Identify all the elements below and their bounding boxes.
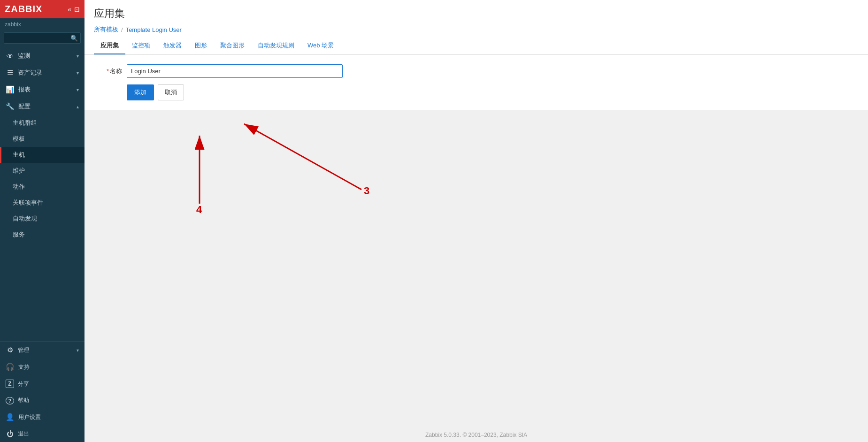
config-icon: 🔧 <box>6 102 15 111</box>
annotation-area: 3 4 <box>84 110 868 251</box>
tab-web-scenario[interactable]: Web 场景 <box>301 38 340 54</box>
tab-graph[interactable]: 图形 <box>188 38 214 54</box>
sidebar-sub-label-services: 服务 <box>13 230 25 239</box>
form-buttons: 添加 取消 <box>127 84 859 100</box>
page-title: 应用集 <box>94 7 859 21</box>
form-name-label: *名称 <box>94 67 122 76</box>
sidebar-sub-label-auto-discover: 自动发现 <box>13 214 37 223</box>
chevron-down-icon-assets: ▾ <box>77 70 79 76</box>
chevron-down-icon-admin: ▾ <box>77 348 79 353</box>
add-button[interactable]: 添加 <box>127 84 154 100</box>
sidebar-item-monitor[interactable]: 👁 监测 ▾ <box>0 47 84 64</box>
footer-text: Zabbix 5.0.33. © 2001–2023, Zabbix SIA <box>425 432 527 438</box>
share-icon: Z <box>6 380 14 388</box>
required-star: * <box>107 68 109 75</box>
sidebar-sub-label-templates: 模板 <box>13 135 25 143</box>
logout-icon: ⏻ <box>6 430 14 438</box>
sidebar-logo: ZABBIX <box>5 4 42 15</box>
svg-text:3: 3 <box>364 185 369 197</box>
tab-monitor-label: 监控项 <box>132 42 150 49</box>
tab-agg-graph[interactable]: 聚合图形 <box>214 38 251 54</box>
tab-graph-label: 图形 <box>195 42 207 49</box>
tabs-bar: 应用集 监控项 触发器 图形 聚合图形 自动发现规则 Web 场景 <box>94 38 859 54</box>
main-content: 应用集 所有模板 / Template Login User 应用集 监控项 触… <box>84 0 868 442</box>
sidebar-item-host-groups[interactable]: 主机群组 <box>0 115 84 131</box>
sidebar-item-auto-discover[interactable]: 自动发现 <box>0 211 84 227</box>
sidebar-item-correlation[interactable]: 关联项事件 <box>0 195 84 211</box>
svg-line-1 <box>244 124 361 190</box>
breadcrumb: 所有模板 / Template Login User <box>94 25 859 34</box>
chevron-up-icon-config: ▴ <box>77 104 79 109</box>
sidebar-username: zabbix <box>0 18 84 30</box>
form-row-name: *名称 <box>94 64 859 78</box>
sidebar-item-admin[interactable]: ⚙ 管理 ▾ <box>0 342 84 358</box>
expand-icon[interactable]: ⊡ <box>74 6 80 13</box>
sidebar-item-logout[interactable]: ⏻ 退出 <box>0 426 84 442</box>
sidebar-nav: 👁 监测 ▾ ☰ 资产记录 ▾ 📊 报表 ▾ 🔧 配置 ▴ 主机群组 模板 <box>0 47 84 341</box>
reports-icon: 📊 <box>6 85 15 94</box>
tab-app-label: 应用集 <box>100 42 119 49</box>
tab-monitor[interactable]: 监控项 <box>125 38 157 54</box>
sidebar-item-share[interactable]: Z 分享 <box>0 375 84 392</box>
chevron-down-icon-reports: ▾ <box>77 87 79 92</box>
sidebar-item-support[interactable]: 🎧 支持 <box>0 358 84 375</box>
sidebar-item-reports[interactable]: 📊 报表 ▾ <box>0 81 84 98</box>
monitor-icon: 👁 <box>6 52 14 60</box>
assets-icon: ☰ <box>6 69 14 77</box>
tab-trigger[interactable]: 触发器 <box>157 38 188 54</box>
sidebar-item-services[interactable]: 服务 <box>0 227 84 243</box>
sidebar-item-user-settings[interactable]: 👤 用户设置 <box>0 409 84 426</box>
sidebar-search-container: 🔍 <box>4 32 81 44</box>
footer: Zabbix 5.0.33. © 2001–2023, Zabbix SIA <box>84 428 868 442</box>
tab-trigger-label: 触发器 <box>163 42 182 49</box>
collapse-icon[interactable]: « <box>68 6 71 13</box>
sidebar-item-maintenance[interactable]: 维护 <box>0 163 84 179</box>
form-container: *名称 添加 取消 <box>84 55 868 110</box>
sidebar-item-actions[interactable]: 动作 <box>0 179 84 195</box>
sidebar-item-label-logout: 退出 <box>18 430 79 438</box>
search-icon[interactable]: 🔍 <box>70 35 78 42</box>
sidebar-item-label-help: 帮助 <box>18 396 79 404</box>
user-settings-icon: 👤 <box>6 413 15 421</box>
sidebar-item-label-support: 支持 <box>18 363 79 371</box>
sidebar-item-label-reports: 报表 <box>18 85 73 94</box>
sidebar-item-help[interactable]: ? 帮助 <box>0 392 84 409</box>
tab-auto-discover-label: 自动发现规则 <box>258 42 294 49</box>
sidebar: ZABBIX « ⊡ zabbix 🔍 👁 监测 ▾ ☰ 资产记录 ▾ 📊 报表… <box>0 0 84 442</box>
sidebar-item-label-monitor: 监测 <box>18 52 73 60</box>
tab-auto-discover[interactable]: 自动发现规则 <box>251 38 301 54</box>
name-input[interactable] <box>127 64 343 78</box>
tab-app[interactable]: 应用集 <box>94 38 125 54</box>
breadcrumb-separator-1: / <box>121 26 123 33</box>
annotation-svg: 3 4 <box>84 110 868 251</box>
sidebar-item-label-admin: 管理 <box>18 346 73 354</box>
sidebar-item-label-share: 分享 <box>18 380 79 388</box>
breadcrumb-all-templates[interactable]: 所有模板 <box>94 25 118 34</box>
help-icon: ? <box>6 397 14 404</box>
breadcrumb-template-login-user[interactable]: Template Login User <box>126 26 182 33</box>
support-icon: 🎧 <box>6 363 15 371</box>
main-header: 应用集 所有模板 / Template Login User 应用集 监控项 触… <box>84 0 868 55</box>
sidebar-item-label-user-settings: 用户设置 <box>18 413 79 421</box>
sidebar-sub-label-actions: 动作 <box>13 183 25 191</box>
sidebar-item-label-config: 配置 <box>18 102 73 111</box>
sidebar-search-input[interactable] <box>4 32 81 44</box>
svg-text:4: 4 <box>196 204 202 215</box>
sidebar-item-hosts[interactable]: 主机 <box>0 147 84 163</box>
cancel-button[interactable]: 取消 <box>158 84 184 100</box>
content-area: *名称 添加 取消 3 <box>84 55 868 442</box>
sidebar-header: ZABBIX « ⊡ <box>0 0 84 18</box>
sidebar-header-icons: « ⊡ <box>68 6 80 13</box>
sidebar-sub-label-host-groups: 主机群组 <box>13 119 37 127</box>
sidebar-item-templates[interactable]: 模板 <box>0 131 84 147</box>
sidebar-item-config[interactable]: 🔧 配置 ▴ <box>0 98 84 115</box>
tab-web-scenario-label: Web 场景 <box>307 42 334 49</box>
tab-agg-graph-label: 聚合图形 <box>220 42 245 49</box>
sidebar-footer: ⚙ 管理 ▾ 🎧 支持 Z 分享 ? 帮助 👤 用户设置 ⏻ 退出 <box>0 341 84 442</box>
sidebar-sub-label-maintenance: 维护 <box>13 167 25 175</box>
sidebar-item-label-assets: 资产记录 <box>18 69 73 77</box>
sidebar-item-assets[interactable]: ☰ 资产记录 ▾ <box>0 64 84 81</box>
admin-icon: ⚙ <box>6 346 14 354</box>
chevron-down-icon: ▾ <box>77 53 79 59</box>
sidebar-sub-label-correlation: 关联项事件 <box>13 198 43 207</box>
